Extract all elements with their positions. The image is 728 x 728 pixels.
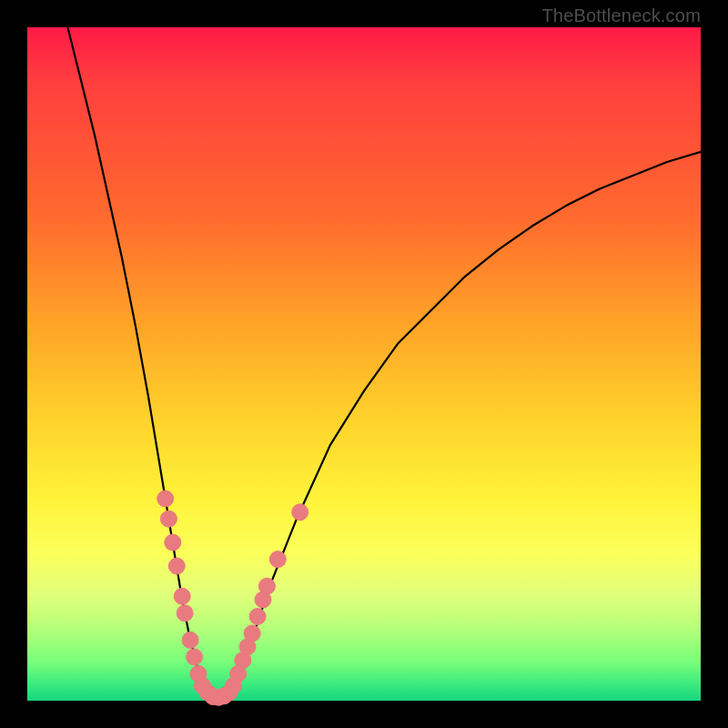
data-point-marker (187, 649, 203, 665)
data-point-marker (174, 588, 190, 604)
data-point-marker (269, 551, 286, 568)
data-point-marker (258, 578, 275, 594)
data-point-marker (165, 534, 181, 551)
data-point-marker (168, 558, 185, 574)
outer-frame: TheBottleneck.com (0, 0, 728, 728)
data-point-marker (292, 504, 308, 521)
watermark-text: TheBottleneck.com (541, 5, 701, 26)
marker-group (157, 490, 308, 705)
data-point-marker (157, 490, 174, 507)
chart-svg (27, 27, 701, 701)
data-point-marker (182, 632, 198, 648)
plot-area (27, 27, 701, 701)
bottleneck-curve (67, 27, 701, 698)
data-point-marker (244, 625, 260, 642)
data-point-marker (177, 605, 193, 622)
data-point-marker (160, 511, 177, 527)
data-point-marker (249, 609, 266, 625)
